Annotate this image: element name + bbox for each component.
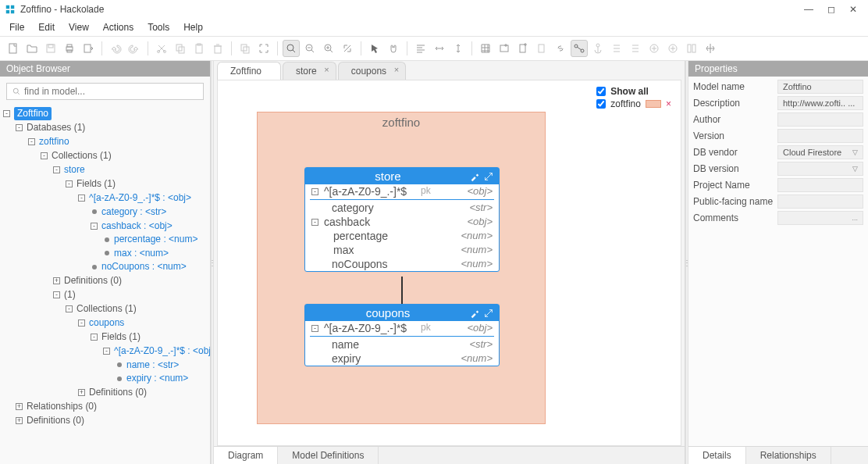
tree-store-max[interactable]: max : <num> [103, 247, 169, 260]
zoom-out-icon[interactable] [301, 40, 318, 57]
entity-field-row[interactable]: -cashback<obj> [305, 215, 499, 229]
entity-field-row[interactable]: max<num> [305, 243, 499, 257]
tree-collections[interactable]: -Collections (1) [41, 149, 112, 162]
chevron-down-icon[interactable]: ▽ [852, 148, 858, 156]
menu-edit[interactable]: Edit [35, 20, 58, 34]
entity-coupons[interactable]: coupons -^[a-zA-Z0-9_.-]*$pk<obj>name<st… [304, 304, 500, 366]
window-close-button[interactable]: ✕ [849, 4, 857, 15]
close-icon[interactable]: × [324, 65, 329, 74]
tree-collections-b[interactable]: -Collections (1) [66, 302, 137, 316]
fullscreen-icon[interactable] [255, 40, 272, 57]
entity-field-row[interactable]: name<str> [305, 337, 499, 352]
zoom-fit-icon[interactable] [283, 40, 300, 57]
entity-field-row[interactable]: -^[a-zA-Z0-9_.-]*$pk<obj> [305, 184, 499, 198]
entity-store[interactable]: store -^[a-zA-Z0-9_.-]*$pk<obj>category<… [304, 167, 500, 272]
prop-value[interactable] [777, 178, 863, 192]
tree-root[interactable]: -Zoftfino [3, 107, 52, 120]
search-input[interactable] [24, 86, 198, 97]
zoom-in-icon[interactable] [320, 40, 337, 57]
expand-icon[interactable] [483, 171, 494, 182]
ellipsis-icon[interactable]: ... [852, 214, 858, 222]
tree-store-cashback[interactable]: -cashback : <obj> [91, 220, 173, 233]
menu-actions[interactable]: Actions [100, 20, 137, 34]
export-icon[interactable] [80, 40, 97, 57]
bottom-tab-diagram[interactable]: Diagram [214, 447, 278, 464]
window-minimize-button[interactable]: — [804, 4, 813, 15]
tree-db-zoftfino[interactable]: -zoftfino [28, 135, 69, 148]
prop-value[interactable]: http://www.zofti.. ... [777, 96, 863, 110]
entity-field-row[interactable]: noCoupons<num> [305, 257, 499, 271]
chevron-down-icon[interactable]: ▽ [852, 165, 858, 173]
tree-anon[interactable]: -(1) [53, 288, 76, 302]
tree-store-pattern[interactable]: -^[a-zA-Z0-9_.-]*$ : <obj> [78, 191, 191, 205]
props-tab-details[interactable]: Details [688, 447, 746, 464]
tree-store-fields[interactable]: -Fields (1) [66, 177, 116, 191]
entity-field-row[interactable]: category<str> [305, 201, 499, 215]
relation-icon[interactable] [571, 40, 588, 57]
entity-field-row[interactable]: percentage<num> [305, 229, 499, 243]
bottom-tab-modeldefs[interactable]: Model Definitions [278, 447, 379, 464]
add-doc-icon[interactable] [514, 40, 532, 57]
tree-coupons[interactable]: -coupons [78, 316, 124, 330]
cut-icon[interactable] [153, 40, 170, 57]
prop-value[interactable]: ▽ [777, 162, 863, 176]
tree-relationships[interactable]: +Relationships (0) [16, 400, 97, 413]
list-icon[interactable] [608, 40, 625, 57]
prop-value[interactable]: Cloud Firestore▽ [777, 145, 863, 159]
entity-field-row[interactable]: -^[a-zA-Z0-9_.-]*$pk<obj> [305, 321, 499, 335]
props-tab-relationships[interactable]: Relationships [746, 447, 831, 464]
diagram-canvas[interactable]: Show all zoftfino× zoftfino store -^[a-z… [217, 80, 681, 446]
menu-tools[interactable]: Tools [144, 20, 173, 34]
tree-store-percentage[interactable]: percentage : <num> [103, 233, 197, 246]
eyedropper-icon[interactable] [469, 171, 480, 182]
menu-help[interactable]: Help [180, 20, 206, 34]
legend-showall-checkbox[interactable] [596, 87, 606, 96]
undo-icon[interactable] [107, 40, 124, 57]
db-container[interactable]: zoftfino store -^[a-zA-Z0-9_.-]*$pk<obj>… [257, 112, 546, 424]
entity-field-row[interactable]: expiry<num> [305, 352, 499, 366]
eyedropper-icon[interactable] [469, 308, 480, 319]
grid-icon[interactable] [477, 40, 494, 57]
print-icon[interactable] [61, 40, 78, 57]
menu-view[interactable]: View [66, 20, 92, 34]
prop-value[interactable] [777, 129, 863, 143]
tree-coupons-pattern[interactable]: -^[a-zA-Z0-9_.-]*$ : <obj> [103, 344, 210, 358]
add-circle2-icon[interactable] [664, 40, 681, 57]
tree-coupons-name[interactable]: name : <str> [116, 359, 179, 372]
prop-value[interactable]: Zoftfino [777, 80, 863, 94]
link-icon[interactable] [552, 40, 569, 57]
save-icon[interactable] [42, 40, 59, 57]
hresize-icon[interactable] [431, 40, 448, 57]
align-left-icon[interactable] [412, 40, 429, 57]
tree-store[interactable]: -store [53, 163, 85, 177]
tree-databases[interactable]: -Databases (1) [16, 121, 85, 134]
copy-icon[interactable] [172, 40, 189, 57]
center-icon[interactable] [702, 40, 719, 57]
window-maximize-button[interactable]: ◻ [827, 4, 835, 15]
anchor-icon[interactable] [589, 40, 607, 57]
resize-diag-icon[interactable] [339, 40, 356, 57]
tab-coupons[interactable]: coupons× [338, 62, 406, 80]
legend-db-checkbox[interactable] [596, 99, 606, 109]
add-circle-icon[interactable] [646, 40, 663, 57]
tab-store[interactable]: store× [283, 62, 336, 80]
vresize-icon[interactable] [450, 40, 467, 57]
redo-icon[interactable] [126, 40, 143, 57]
duplicate-icon[interactable] [237, 40, 254, 57]
search-box[interactable] [6, 83, 204, 100]
menu-file[interactable]: File [6, 20, 27, 34]
prop-value[interactable]: ... [777, 211, 863, 225]
layout-icon[interactable] [683, 40, 700, 57]
tree-store-category[interactable]: category : <str> [91, 205, 166, 219]
pointer-icon[interactable] [366, 40, 383, 57]
tree-coupons-expiry[interactable]: expiry : <num> [116, 372, 188, 385]
hand-icon[interactable] [385, 40, 402, 57]
tree-definitions[interactable]: +Definitions (0) [16, 414, 84, 427]
tab-zoftfino[interactable]: Zoftfino [217, 62, 281, 80]
add-container-icon[interactable] [496, 40, 513, 57]
legend-remove-icon[interactable]: × [666, 98, 671, 109]
tree-defs-b[interactable]: +Definitions (0) [78, 386, 147, 399]
tree-coupons-fields[interactable]: -Fields (1) [91, 330, 141, 344]
tree-defs-a[interactable]: +Definitions (0) [53, 274, 122, 287]
list2-icon[interactable] [627, 40, 644, 57]
